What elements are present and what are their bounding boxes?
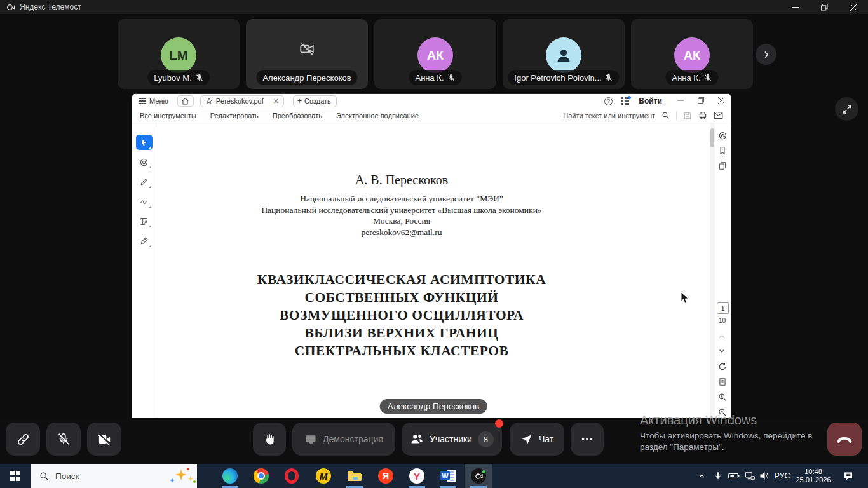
pdf-scrollbar[interactable] [710,123,715,418]
taskbar-chrome-icon[interactable] [254,468,269,484]
pdf-restore-button[interactable] [698,97,704,105]
taskbar-m-app-icon[interactable]: M [316,468,331,484]
esign-menu-item[interactable]: Электронное подписание [336,112,419,119]
edit-menu-item[interactable]: Редактировать [210,112,259,119]
copy-link-button[interactable] [6,423,40,456]
document-tab-title: Pereskokov.pdf [216,97,264,105]
taskbar-edge-icon[interactable] [222,468,238,484]
window-close-button[interactable] [839,0,868,14]
presenter-name-pill: Александр Перескоков [380,399,487,414]
select-tool-button[interactable] [136,135,153,150]
previous-page-icon[interactable] [718,333,726,342]
taskbar-explorer-icon[interactable] [347,468,362,484]
end-call-button[interactable] [827,423,862,456]
hamburger-menu-icon [139,98,146,104]
participant-name: Анна К. [672,73,700,83]
participant-name: Lyubov M. [154,73,192,83]
taskbar-yandex-app-icon[interactable]: Я [378,468,393,484]
taskbar-opera-icon[interactable] [284,468,299,484]
tray-time: 10:48 [793,468,834,476]
window-minimize-button[interactable] [780,0,810,14]
expand-share-button[interactable] [835,97,858,121]
taskbar-search-box[interactable]: Поиск [31,464,197,488]
app-titlebar: Яндекс Телемост [0,0,868,14]
share-screen-label: Демонстрация [323,434,383,444]
mail-icon[interactable] [714,111,723,119]
zoom-in-icon[interactable] [718,393,727,403]
tools-menu-item[interactable]: Все инструменты [140,112,196,119]
comment-tool-button[interactable] [136,154,153,170]
share-screen-button[interactable]: Демонстрация [292,423,395,456]
tray-clock[interactable]: 10:48 25.01.2026 [793,464,834,488]
tab-close-icon[interactable]: ✕ [273,97,279,105]
text-box-tool-button[interactable] [136,214,153,229]
document-page[interactable]: А. В. Перескоков Национальный исследоват… [156,123,710,418]
highlight-tool-button[interactable] [136,174,153,189]
zoom-out-icon[interactable] [718,408,727,418]
convert-menu-item[interactable]: Преобразовать [273,112,322,119]
yandex-browser-active-indicator [409,486,425,488]
chat-button[interactable]: Чат [510,423,564,456]
tray-battery-icon[interactable] [726,464,742,488]
camera-toggle-button[interactable] [87,423,121,456]
next-page-icon[interactable] [718,347,726,356]
tray-date: 25.01.2026 [793,476,834,484]
print-icon[interactable] [698,111,707,120]
document-tab[interactable]: Pereskokov.pdf ✕ [200,95,284,107]
tray-volume-icon[interactable] [756,464,772,488]
participant-tile[interactable]: Александр Перескоков [246,19,368,89]
home-tab-button[interactable] [177,95,194,107]
fill-sign-tool-button[interactable] [136,233,153,248]
page-view-icon[interactable] [718,377,727,388]
next-participants-button[interactable] [756,44,776,65]
pdf-titlebar: Меню Pereskokov.pdf ✕ Создать ? Войти [132,94,731,108]
help-icon[interactable]: ? [604,97,613,105]
pdf-minimize-button[interactable] [677,97,684,105]
mic-muted-icon [195,74,203,82]
taskbar-telemost-icon[interactable] [471,468,486,484]
doc-author: А. В. Перескоков [156,173,647,187]
apps-grid-icon[interactable] [621,97,630,105]
participant-tile[interactable]: Igor Petrovich Polovin... [503,19,625,89]
taskbar-yandex-browser-icon[interactable]: Y [409,468,424,484]
participant-tile[interactable]: АК Анна К. [374,19,496,89]
tray-microphone-icon[interactable] [710,464,726,488]
find-tool-label[interactable]: Найти текст или инструмент [563,112,655,119]
pdf-menu-button[interactable]: Меню [149,97,168,105]
window-restore-button[interactable] [810,0,839,14]
camera-off-icon [299,41,315,60]
mic-off-icon [57,432,71,446]
tray-language-indicator[interactable]: РУС [771,464,793,488]
participant-tile[interactable]: АК Анна К. [631,19,753,89]
edge-active-indicator [222,486,238,488]
create-button[interactable]: Создать [293,95,337,107]
more-options-button[interactable] [571,423,604,456]
draw-tool-button[interactable] [136,194,153,209]
rotate-page-icon[interactable] [718,362,727,372]
taskbar-word-icon[interactable]: W [440,468,456,484]
save-icon[interactable] [683,111,692,120]
start-button[interactable] [0,464,31,488]
page-number-input[interactable]: 1 [717,302,729,314]
avatar: LM [161,37,196,73]
participant-tile[interactable]: LM Lyubov M. [118,19,240,89]
scrollbar-thumb[interactable] [710,128,714,147]
tray-chevron-up[interactable] [694,464,710,488]
participants-button[interactable]: Участники 8 [402,423,502,456]
page-total-label: 10 [719,317,726,324]
search-placeholder: Поиск [55,471,79,481]
sign-in-button[interactable]: Войти [639,97,662,105]
raise-hand-button[interactable] [253,423,286,456]
search-icon[interactable] [661,111,670,119]
pages-panel-icon[interactable] [718,161,727,172]
bookmarks-panel-icon[interactable] [718,146,727,156]
sparkle-small-blue [170,478,175,483]
tray-action-center-icon[interactable] [840,464,856,488]
comments-panel-icon[interactable] [718,131,728,142]
avatar: АК [417,37,453,73]
tray-network-icon[interactable] [742,464,757,488]
pdf-close-button[interactable] [718,97,724,105]
microphone-toggle-button[interactable] [46,423,81,456]
doc-title: КВАЗИКЛАССИЧЕСКАЯ АСИМПТОТИКА СОБСТВЕННЫ… [156,271,647,360]
create-label: Создать [304,97,331,105]
